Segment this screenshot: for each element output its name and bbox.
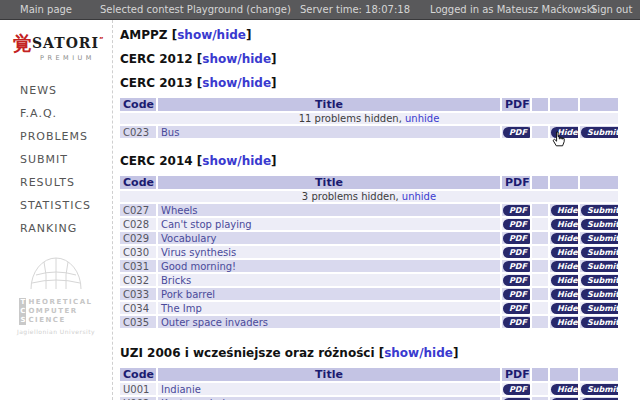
column-header-title: Title [158,98,500,111]
submit-button[interactable]: Submit [581,275,618,286]
column-header-title: Title [158,176,500,189]
submit-button[interactable]: Submit [581,219,618,230]
sidebar-item-news[interactable]: NEWS [0,79,112,102]
hide-button[interactable]: Hide [551,247,578,258]
problem-row: C030Virus synthesisPDFHideSubmit [120,246,618,258]
pdf-cell: PDF [502,316,530,328]
pdf-button[interactable]: PDF [503,275,530,286]
submit-button[interactable]: Submit [581,303,618,314]
sidebar-item-f-a-q[interactable]: F.A.Q. [0,102,112,125]
server-time: Server time: 18:07:18 [300,0,410,19]
spacer-cell [532,246,548,258]
submit-button[interactable]: Submit [581,233,618,244]
unhide-link[interactable]: unhide [405,113,439,124]
hide-cell: Hide [550,274,578,286]
selected-contest-text: Selected contest Playground [100,4,246,15]
hide-button[interactable]: Hide [551,233,578,244]
show-hide-link[interactable]: show/hide [384,346,453,360]
problem-title[interactable]: Pork barrel [158,288,500,300]
hide-button[interactable]: Hide [551,261,578,272]
problem-title[interactable]: Good morning! [158,260,500,272]
submit-button[interactable]: Submit [581,384,618,395]
pdf-button[interactable]: PDF [503,205,530,216]
pdf-cell: PDF [502,288,530,300]
hide-button[interactable]: Hide [551,127,578,138]
hide-cell: Hide [550,302,578,314]
screen: Main page Selected contest Playground (c… [0,0,640,400]
hide-button[interactable]: Hide [551,384,578,395]
hide-button[interactable]: Hide [551,289,578,300]
sign-out-link[interactable]: Sign out [591,0,632,19]
problem-title[interactable]: Bus [158,126,500,138]
pdf-button[interactable]: PDF [503,247,530,258]
submit-button[interactable]: Submit [581,247,618,258]
pdf-button[interactable]: PDF [503,303,530,314]
submit-cell: Submit [580,302,618,314]
show-hide-link[interactable]: show/hide [202,52,271,66]
problem-title[interactable]: Indianie [158,383,500,395]
problem-title[interactable]: Outer space invaders [158,316,500,328]
tcs-logo-row: THEORETICAL [19,294,92,303]
submit-button[interactable]: Submit [581,289,618,300]
sidebar-item-submit[interactable]: SUBMIT [0,148,112,171]
problem-row: C027WheelsPDFHideSubmit [120,204,618,216]
problem-title[interactable]: Can't stop playing [158,218,500,230]
problem-row: C033Pork barrelPDFHideSubmit [120,288,618,300]
sidebar-item-problems[interactable]: PROBLEMS [0,125,112,148]
column-header-code: Code [120,98,156,111]
column-header-empty [550,98,578,111]
problem-title[interactable]: Vocabulary [158,232,500,244]
main-content: AMPPZ [show/hide]CERC 2012 [show/hide]CE… [120,20,625,400]
pdf-button[interactable]: PDF [503,384,530,395]
submit-button[interactable]: Submit [581,261,618,272]
problem-title[interactable]: Virus synthesis [158,246,500,258]
column-header-pdf: PDF [502,368,530,381]
submit-cell: Submit [580,288,618,300]
problem-code: C032 [120,274,156,286]
change-contest-link[interactable]: (change) [246,4,291,15]
show-hide-link[interactable]: show/hide [202,154,271,168]
spacer-cell [532,204,548,216]
logo-subtitle: PREMIUM [40,54,112,62]
unhide-link[interactable]: unhide [402,191,436,202]
column-header-pdf: PDF [502,176,530,189]
problem-title[interactable]: Bricks [158,274,500,286]
tcs-caption: Jagiellonian University [0,328,112,335]
bracket-close: ] [246,28,251,42]
pdf-cell: PDF [502,383,530,395]
hide-cell: Hide [550,218,578,230]
pdf-button[interactable]: PDF [503,127,530,138]
pdf-button[interactable]: PDF [503,317,530,328]
sidebar-item-statistics[interactable]: STATISTICS [0,194,112,217]
problem-code: C035 [120,316,156,328]
problems-table: CodeTitlePDF11 problems hidden, unhideC0… [118,96,620,140]
submit-cell: Submit [580,204,618,216]
problem-title[interactable]: The Imp [158,302,500,314]
sidebar-item-results[interactable]: RESULTS [0,171,112,194]
sidebar: 覚SATORI” PREMIUM NEWSF.A.Q.PROBLEMSSUBMI… [0,20,113,400]
show-hide-link[interactable]: show/hide [177,28,246,42]
pdf-button[interactable]: PDF [503,219,530,230]
submit-button[interactable]: Submit [581,317,618,328]
submit-cell: Submit [580,383,618,395]
hide-button[interactable]: Hide [551,219,578,230]
hide-button[interactable]: Hide [551,205,578,216]
section-header-cerc-2012: CERC 2012 [show/hide] [120,52,625,66]
hide-button[interactable]: Hide [551,303,578,314]
pdf-button[interactable]: PDF [503,261,530,272]
hide-button[interactable]: Hide [551,317,578,328]
pdf-button[interactable]: PDF [503,233,530,244]
hide-cell: Hide [550,316,578,328]
problem-title[interactable]: Wheels [158,204,500,216]
show-hide-link[interactable]: show/hide [202,76,271,90]
pdf-button[interactable]: PDF [503,289,530,300]
main-page-link[interactable]: Main page [20,0,72,19]
submit-button[interactable]: Submit [581,205,618,216]
problem-row: C023BusPDFHideSubmit [120,126,618,138]
submit-button[interactable]: Submit [581,127,618,138]
hide-button[interactable]: Hide [551,275,578,286]
sidebar-item-ranking[interactable]: RANKING [0,217,112,240]
column-header-empty [550,176,578,189]
tcs-dome-icon [29,256,83,290]
pdf-cell: PDF [502,218,530,230]
